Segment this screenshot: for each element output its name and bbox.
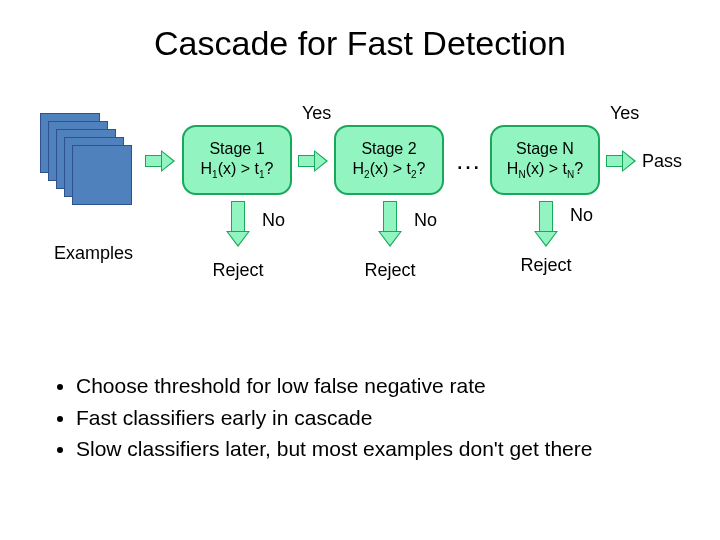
stage-n-name: Stage N [492, 139, 598, 159]
examples-label: Examples [54, 243, 133, 264]
stage-1-yes-label: Yes [302, 103, 331, 124]
bullet-item: Slow classifiers later, but most example… [76, 433, 592, 465]
stage-2-condition: H2(x) > t2? [336, 159, 442, 182]
stage-1-box: Stage 1 H1(x) > t1? [182, 125, 292, 195]
cascade-diagram: Examples Stage 1 H1(x) > t1? Yes No Reje… [0, 95, 720, 345]
stage-2-no-label: No [414, 210, 437, 231]
stage-2-name: Stage 2 [336, 139, 442, 159]
pass-label: Pass [642, 151, 682, 172]
stage-n-condition: HN(x) > tN? [492, 159, 598, 182]
stage-2-reject-label: Reject [350, 260, 430, 281]
arrow-to-stage1 [145, 150, 175, 172]
slide-title: Cascade for Fast Detection [0, 0, 720, 63]
arrow-stage2-down [378, 201, 402, 249]
stage-n-yes-label: Yes [610, 103, 639, 124]
arrow-stage1-to-stage2 [298, 150, 328, 172]
stage-n-reject-label: Reject [506, 255, 586, 276]
bullet-item: Fast classifiers early in cascade [76, 402, 592, 434]
examples-stack [40, 113, 138, 201]
ellipsis-label: … [455, 145, 483, 176]
bullet-item: Choose threshold for low false negative … [76, 370, 592, 402]
arrow-stage1-down [226, 201, 250, 249]
stage-1-no-label: No [262, 210, 285, 231]
arrow-stage-n-down [534, 201, 558, 249]
stage-1-condition: H1(x) > t1? [184, 159, 290, 182]
stage-n-box: Stage N HN(x) > tN? [490, 125, 600, 195]
stage-1-name: Stage 1 [184, 139, 290, 159]
stage-2-box: Stage 2 H2(x) > t2? [334, 125, 444, 195]
arrow-stage-n-to-pass [606, 150, 636, 172]
stage-n-no-label: No [570, 205, 593, 226]
bullet-list: Choose threshold for low false negative … [52, 370, 592, 465]
stage-1-reject-label: Reject [198, 260, 278, 281]
